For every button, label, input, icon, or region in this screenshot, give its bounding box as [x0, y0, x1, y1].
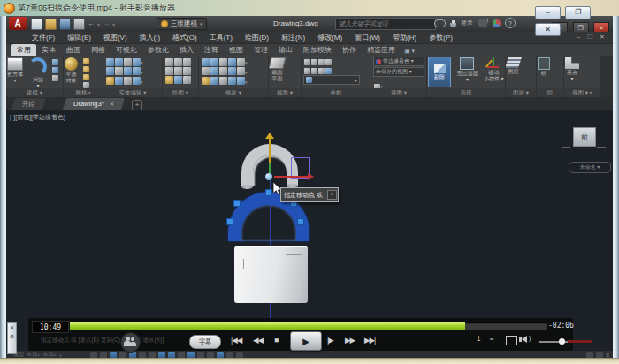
user-icon[interactable] [450, 20, 456, 27]
ribbon-options-icon[interactable]: ▣ ▾ [401, 47, 418, 56]
ribbon-icon[interactable] [202, 77, 210, 85]
menu-edit[interactable]: 编辑(E) [61, 33, 97, 42]
status-toggle[interactable] [586, 352, 593, 358]
section-plane-button[interactable]: 截面 平面 [270, 57, 285, 81]
ribbon-icon[interactable] [183, 76, 191, 84]
ribbon-icon[interactable] [228, 67, 236, 75]
ribbon-icon[interactable] [133, 58, 141, 66]
panel-label-section[interactable]: 截面 ▾ [269, 88, 301, 97]
maximize-button[interactable]: ❐ [565, 6, 591, 19]
playlist-icon[interactable]: ≡ [490, 335, 494, 343]
rewind-button[interactable]: ◀◀ [253, 336, 263, 345]
open-file-icon[interactable]: ↥ [476, 335, 482, 343]
grip-point[interactable] [297, 218, 304, 225]
ribbon-icon[interactable] [106, 77, 114, 85]
status-toggle[interactable] [187, 352, 195, 358]
tab-solid[interactable]: 实体 [36, 44, 61, 56]
box-button[interactable]: 长方体 ▾ [7, 57, 23, 83]
menu-draw[interactable]: 绘图(D) [239, 33, 275, 42]
ribbon-icon[interactable] [228, 77, 236, 85]
grip-point[interactable] [265, 189, 272, 196]
menu-express[interactable]: 参数(P) [423, 33, 459, 42]
gizmo-x-arrowhead[interactable] [308, 173, 314, 180]
ribbon-icon[interactable] [237, 58, 245, 66]
ucs-icon[interactable] [325, 68, 332, 74]
community-icon[interactable] [120, 332, 141, 353]
tab-start[interactable]: 开始 [11, 98, 46, 110]
status-toggle[interactable] [139, 352, 146, 358]
search-input[interactable]: 键入关键字或短语 [335, 18, 436, 30]
ribbon-icon[interactable] [210, 67, 218, 75]
undo-dropdown[interactable]: ▾ [97, 21, 100, 27]
osnap-toggle[interactable] [158, 352, 165, 358]
sign-in-link[interactable]: 登录 [461, 19, 473, 27]
gizmo-center-handle[interactable] [265, 173, 272, 180]
menu-insert[interactable]: 插入(I) [134, 33, 167, 42]
smooth-object-button[interactable]: 平滑 对象 [65, 57, 78, 83]
ribbon-icon[interactable] [83, 66, 89, 72]
tab-annotate[interactable]: 注释 [199, 44, 224, 56]
layout-tab-2[interactable]: 布局2 [42, 351, 56, 358]
layer-properties-button[interactable]: 图层 [507, 57, 520, 75]
tab-surface[interactable]: 曲面 [61, 44, 86, 56]
panel-label-mesh[interactable]: 网格 ▪ [64, 88, 103, 97]
ucs-icon[interactable] [304, 68, 310, 74]
menu-view[interactable]: 视图(V) [97, 33, 134, 42]
sweep-button[interactable]: 扫掠 ▾ [28, 57, 47, 88]
panel-label-solid-editing[interactable]: 实体编辑 ▾ [103, 88, 162, 97]
help-icon[interactable]: ? [505, 18, 516, 28]
next-button[interactable]: ▶▶| [364, 336, 375, 345]
ribbon-icon[interactable] [115, 67, 123, 75]
status-toggle[interactable] [207, 352, 214, 358]
arc-icon[interactable] [174, 67, 182, 75]
ribbon-icon[interactable] [174, 76, 182, 84]
ribbon-icon[interactable] [202, 67, 210, 75]
tab-addins[interactable]: 附加模块 [298, 44, 337, 56]
add-layout-button[interactable]: + [59, 353, 63, 358]
minimize-button[interactable]: – [535, 6, 561, 19]
ucs-icon[interactable] [311, 68, 317, 74]
wrench-icon[interactable]: ⚙ [10, 334, 14, 339]
tab-collaborate[interactable]: 协作 [337, 44, 362, 56]
tab-manage[interactable]: 管理 [248, 44, 273, 56]
search-binoculars-icon[interactable] [434, 19, 446, 27]
ucs-icon[interactable] [318, 59, 325, 65]
status-toggle[interactable] [236, 352, 243, 358]
redo-dropdown[interactable]: ▾ [112, 21, 115, 27]
menu-file[interactable]: 文件(F) [26, 33, 61, 42]
ribbon-icon[interactable] [228, 58, 236, 66]
grip-point[interactable] [226, 218, 233, 225]
tab-drawing3[interactable]: Drawing3* ✕ [63, 98, 125, 110]
ribbon-icon[interactable] [237, 67, 245, 75]
tab-close-icon[interactable]: ✕ [110, 101, 114, 107]
previous-button[interactable]: |◀◀ [231, 336, 241, 345]
status-toggle[interactable] [100, 352, 107, 358]
status-toggle[interactable] [90, 352, 97, 358]
ucs-icon[interactable] [311, 59, 317, 65]
tab-parametric[interactable]: 参数化 [142, 44, 174, 56]
tab-visualize[interactable]: 可视化 [111, 44, 142, 56]
ribbon-icon[interactable] [115, 58, 123, 66]
group-button[interactable]: 组 [538, 57, 550, 77]
move-gizmo-button[interactable]: 移动 小控件 ▾ [484, 57, 504, 81]
panel-label-coordinates[interactable]: 坐标 [302, 88, 371, 97]
gizmo-y-axis[interactable] [269, 138, 271, 163]
ribbon-icon[interactable] [219, 77, 227, 85]
frame-step-button[interactable]: |▶ [327, 336, 333, 345]
viewcube-ucs-label[interactable]: 未命名 ▾ [569, 162, 611, 173]
status-toggle[interactable] [149, 352, 156, 358]
tab-view[interactable]: 视图 [224, 44, 248, 56]
status-toggle[interactable] [226, 352, 233, 358]
subtitle-button[interactable]: 字幕 [189, 335, 221, 349]
status-toggle[interactable] [217, 352, 224, 358]
tab-output[interactable]: 输出 [273, 44, 298, 56]
undo-icon[interactable]: ← [88, 20, 95, 27]
polyline-icon[interactable] [174, 58, 182, 66]
circle-icon[interactable] [165, 67, 173, 75]
ribbon-icon[interactable] [52, 59, 58, 65]
menu-window[interactable]: 窗口(W) [348, 33, 386, 42]
status-toggle[interactable] [119, 352, 126, 358]
redo-icon[interactable]: → [103, 20, 110, 27]
panel-label-draw[interactable]: 绘图 ▾ [163, 88, 198, 97]
tab-featured-apps[interactable]: 精选应用 [362, 44, 401, 56]
